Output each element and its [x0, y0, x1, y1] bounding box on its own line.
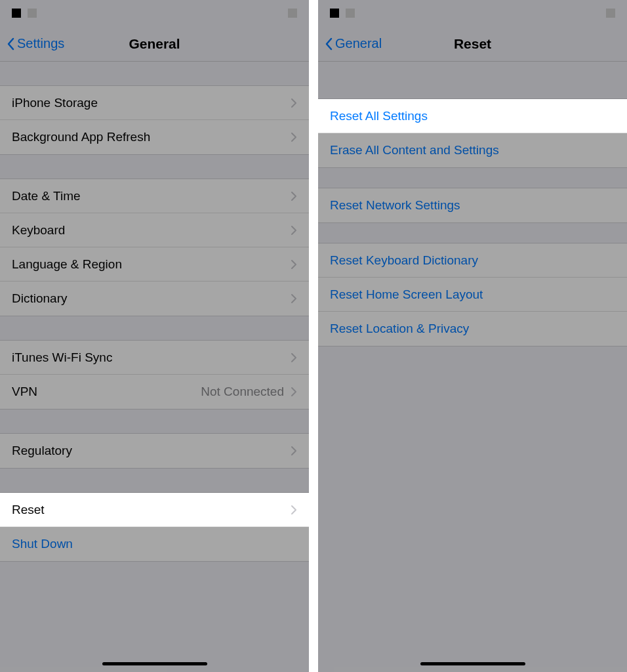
row-reset-all-settings[interactable]: Reset All Settings [318, 99, 627, 133]
row-label: iTunes Wi-Fi Sync [12, 350, 112, 365]
chevron-right-icon [291, 191, 297, 201]
row-background-app-refresh[interactable]: Background App Refresh [0, 120, 309, 154]
content-reset: Reset All Settings Erase All Content and… [318, 62, 627, 672]
phone-reset: General Reset Reset All Settings Erase A… [318, 0, 627, 672]
chevron-right-icon [291, 446, 297, 456]
status-indicator-icon [12, 9, 21, 18]
row-date-time[interactable]: Date & Time [0, 179, 309, 213]
row-label: Language & Region [12, 257, 122, 272]
row-reset-network-settings[interactable]: Reset Network Settings [318, 188, 627, 222]
row-regulatory[interactable]: Regulatory [0, 434, 309, 468]
status-bar [0, 0, 309, 26]
row-label: Reset Network Settings [330, 198, 460, 213]
chevron-right-icon [291, 387, 297, 397]
row-label: Dictionary [12, 291, 67, 306]
chevron-right-icon [291, 352, 297, 363]
row-shut-down[interactable]: Shut Down [0, 527, 309, 561]
status-indicator-icon [330, 9, 339, 18]
status-indicator-icon [606, 9, 615, 18]
row-label: VPN [12, 385, 37, 399]
row-label: Erase All Content and Settings [330, 143, 499, 158]
row-vpn[interactable]: VPN Not Connected [0, 375, 309, 409]
content-general: iPhone Storage Background App Refresh Da… [0, 62, 309, 672]
row-value: Not Connected [201, 385, 284, 399]
row-language-region[interactable]: Language & Region [0, 247, 309, 282]
chevron-right-icon [291, 259, 297, 270]
status-indicator-icon [346, 9, 355, 18]
row-label: Shut Down [12, 537, 73, 551]
back-button[interactable]: General [325, 36, 382, 51]
nav-bar: General Reset [318, 26, 627, 62]
row-reset-home-screen-layout[interactable]: Reset Home Screen Layout [318, 278, 627, 312]
row-label: Keyboard [12, 223, 65, 238]
chevron-right-icon [291, 505, 297, 515]
chevron-left-icon [325, 37, 333, 51]
row-itunes-wifi-sync[interactable]: iTunes Wi-Fi Sync [0, 341, 309, 375]
row-label: Date & Time [12, 189, 81, 203]
row-label: Reset Home Screen Layout [330, 287, 483, 302]
row-dictionary[interactable]: Dictionary [0, 282, 309, 316]
row-label: Regulatory [12, 444, 72, 458]
row-reset[interactable]: Reset [0, 493, 309, 527]
row-label: Reset All Settings [330, 109, 428, 123]
back-label: Settings [17, 36, 64, 51]
home-indicator[interactable] [102, 662, 207, 665]
nav-bar: Settings General [0, 26, 309, 62]
chevron-right-icon [291, 132, 297, 142]
status-indicator-icon [28, 9, 37, 18]
row-iphone-storage[interactable]: iPhone Storage [0, 86, 309, 120]
chevron-left-icon [7, 37, 14, 51]
row-keyboard[interactable]: Keyboard [0, 213, 309, 247]
row-label: Background App Refresh [12, 130, 150, 144]
row-erase-all-content[interactable]: Erase All Content and Settings [318, 133, 627, 167]
row-reset-keyboard-dictionary[interactable]: Reset Keyboard Dictionary [318, 243, 627, 278]
status-bar [318, 0, 627, 26]
home-indicator[interactable] [420, 662, 525, 665]
chevron-right-icon [291, 225, 297, 236]
row-reset-location-privacy[interactable]: Reset Location & Privacy [318, 312, 627, 346]
status-indicator-icon [288, 9, 297, 18]
row-label: Reset Keyboard Dictionary [330, 253, 478, 268]
row-label: iPhone Storage [12, 96, 98, 110]
back-button[interactable]: Settings [7, 36, 64, 51]
phone-general: Settings General iPhone Storage Backgrou… [0, 0, 309, 672]
back-label: General [335, 36, 382, 51]
chevron-right-icon [291, 98, 297, 108]
row-label: Reset [12, 503, 45, 517]
row-label: Reset Location & Privacy [330, 322, 469, 336]
chevron-right-icon [291, 293, 297, 304]
